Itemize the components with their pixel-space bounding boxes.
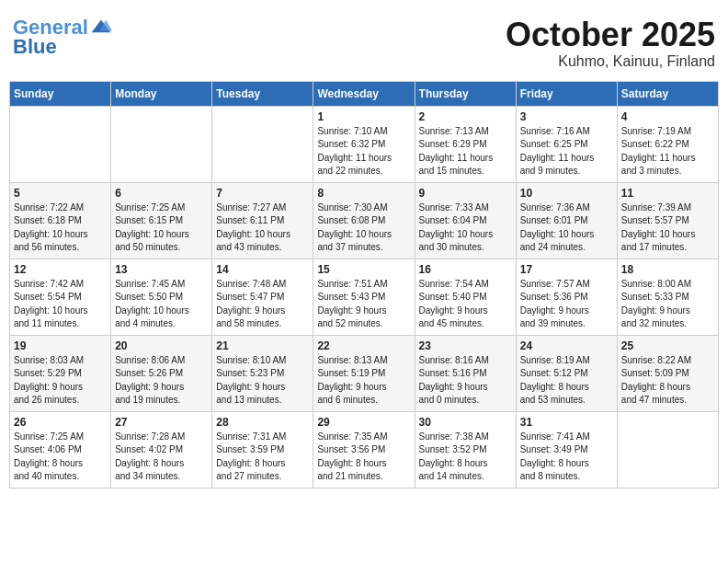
calendar-cell: 18Sunrise: 8:00 AM Sunset: 5:33 PM Dayli… xyxy=(617,259,718,335)
day-info: Sunrise: 7:33 AM Sunset: 6:04 PM Dayligh… xyxy=(419,201,512,255)
day-number: 2 xyxy=(419,110,512,123)
day-info: Sunrise: 8:22 AM Sunset: 5:09 PM Dayligh… xyxy=(621,354,714,408)
logo: General Blue xyxy=(13,17,112,59)
calendar-cell: 27Sunrise: 7:28 AM Sunset: 4:02 PM Dayli… xyxy=(111,411,212,488)
day-info: Sunrise: 7:38 AM Sunset: 3:52 PM Dayligh… xyxy=(419,431,512,484)
day-info: Sunrise: 8:03 AM Sunset: 5:29 PM Dayligh… xyxy=(14,354,107,408)
day-number: 16 xyxy=(419,263,512,276)
calendar-cell: 10Sunrise: 7:36 AM Sunset: 6:01 PM Dayli… xyxy=(516,182,617,259)
day-info: Sunrise: 8:19 AM Sunset: 5:12 PM Dayligh… xyxy=(520,354,613,408)
day-number: 29 xyxy=(317,416,410,429)
day-info: Sunrise: 7:51 AM Sunset: 5:43 PM Dayligh… xyxy=(317,278,410,331)
month-title: October 2025 xyxy=(506,17,715,53)
day-number: 24 xyxy=(520,339,613,352)
day-number: 10 xyxy=(520,187,613,200)
calendar-cell: 30Sunrise: 7:38 AM Sunset: 3:52 PM Dayli… xyxy=(415,411,516,488)
day-info: Sunrise: 8:13 AM Sunset: 5:19 PM Dayligh… xyxy=(317,354,410,408)
calendar-cell: 20Sunrise: 8:06 AM Sunset: 5:26 PM Dayli… xyxy=(111,335,212,411)
day-number: 13 xyxy=(115,263,208,276)
calendar-body: 1Sunrise: 7:10 AM Sunset: 6:32 PM Daylig… xyxy=(10,106,719,488)
calendar-cell: 16Sunrise: 7:54 AM Sunset: 5:40 PM Dayli… xyxy=(415,259,516,335)
day-info: Sunrise: 7:54 AM Sunset: 5:40 PM Dayligh… xyxy=(419,278,512,331)
calendar-cell: 26Sunrise: 7:25 AM Sunset: 4:06 PM Dayli… xyxy=(10,411,111,488)
weekday-header-tuesday: Tuesday xyxy=(212,81,313,106)
day-number: 22 xyxy=(317,339,410,352)
calendar-cell: 4Sunrise: 7:19 AM Sunset: 6:22 PM Daylig… xyxy=(617,106,718,182)
day-number: 19 xyxy=(14,339,107,352)
day-info: Sunrise: 7:16 AM Sunset: 6:25 PM Dayligh… xyxy=(520,125,613,178)
day-info: Sunrise: 7:28 AM Sunset: 4:02 PM Dayligh… xyxy=(115,431,208,484)
calendar-cell: 15Sunrise: 7:51 AM Sunset: 5:43 PM Dayli… xyxy=(313,259,415,335)
day-info: Sunrise: 7:25 AM Sunset: 4:06 PM Dayligh… xyxy=(14,431,107,484)
calendar-cell: 12Sunrise: 7:42 AM Sunset: 5:54 PM Dayli… xyxy=(10,259,111,335)
calendar-cell xyxy=(617,411,718,488)
calendar-week-2: 12Sunrise: 7:42 AM Sunset: 5:54 PM Dayli… xyxy=(10,259,719,335)
weekday-header-thursday: Thursday xyxy=(415,81,516,106)
day-info: Sunrise: 8:06 AM Sunset: 5:26 PM Dayligh… xyxy=(115,354,208,408)
calendar-cell: 6Sunrise: 7:25 AM Sunset: 6:15 PM Daylig… xyxy=(111,182,212,259)
title-block: October 2025 Kuhmo, Kainuu, Finland xyxy=(506,17,715,70)
day-info: Sunrise: 7:36 AM Sunset: 6:01 PM Dayligh… xyxy=(520,201,613,255)
calendar-cell: 8Sunrise: 7:30 AM Sunset: 6:08 PM Daylig… xyxy=(313,182,415,259)
calendar-cell: 22Sunrise: 8:13 AM Sunset: 5:19 PM Dayli… xyxy=(313,335,415,411)
logo-icon xyxy=(90,17,112,39)
calendar-cell xyxy=(111,106,212,182)
day-info: Sunrise: 7:25 AM Sunset: 6:15 PM Dayligh… xyxy=(115,201,208,255)
day-number: 17 xyxy=(520,263,613,276)
calendar-week-0: 1Sunrise: 7:10 AM Sunset: 6:32 PM Daylig… xyxy=(10,106,719,182)
day-number: 5 xyxy=(14,187,107,200)
day-number: 7 xyxy=(216,187,309,200)
day-number: 30 xyxy=(419,416,512,429)
day-number: 31 xyxy=(520,416,613,429)
weekday-header-sunday: Sunday xyxy=(10,81,111,106)
day-info: Sunrise: 8:16 AM Sunset: 5:16 PM Dayligh… xyxy=(419,354,512,408)
calendar-cell: 24Sunrise: 8:19 AM Sunset: 5:12 PM Dayli… xyxy=(516,335,617,411)
day-number: 18 xyxy=(621,263,714,276)
day-number: 15 xyxy=(317,263,410,276)
calendar-cell xyxy=(212,106,313,182)
calendar-cell: 3Sunrise: 7:16 AM Sunset: 6:25 PM Daylig… xyxy=(516,106,617,182)
day-number: 12 xyxy=(14,263,107,276)
day-number: 25 xyxy=(621,339,714,352)
day-info: Sunrise: 7:31 AM Sunset: 3:59 PM Dayligh… xyxy=(216,431,309,484)
calendar-cell: 14Sunrise: 7:48 AM Sunset: 5:47 PM Dayli… xyxy=(212,259,313,335)
calendar-cell: 1Sunrise: 7:10 AM Sunset: 6:32 PM Daylig… xyxy=(313,106,415,182)
calendar-cell: 25Sunrise: 8:22 AM Sunset: 5:09 PM Dayli… xyxy=(617,335,718,411)
day-number: 9 xyxy=(419,187,512,200)
day-number: 20 xyxy=(115,339,208,352)
calendar-week-3: 19Sunrise: 8:03 AM Sunset: 5:29 PM Dayli… xyxy=(10,335,719,411)
day-number: 1 xyxy=(317,110,410,123)
calendar-cell: 9Sunrise: 7:33 AM Sunset: 6:04 PM Daylig… xyxy=(415,182,516,259)
day-info: Sunrise: 7:13 AM Sunset: 6:29 PM Dayligh… xyxy=(419,125,512,178)
calendar-cell: 11Sunrise: 7:39 AM Sunset: 5:57 PM Dayli… xyxy=(617,182,718,259)
calendar-cell xyxy=(10,106,111,182)
location-title: Kuhmo, Kainuu, Finland xyxy=(506,53,715,70)
weekday-header-monday: Monday xyxy=(111,81,212,106)
day-number: 11 xyxy=(621,187,714,200)
day-number: 21 xyxy=(216,339,309,352)
day-info: Sunrise: 7:57 AM Sunset: 5:36 PM Dayligh… xyxy=(520,278,613,331)
weekday-header-saturday: Saturday xyxy=(617,81,718,106)
calendar-cell: 17Sunrise: 7:57 AM Sunset: 5:36 PM Dayli… xyxy=(516,259,617,335)
day-info: Sunrise: 7:30 AM Sunset: 6:08 PM Dayligh… xyxy=(317,201,410,255)
weekday-header-wednesday: Wednesday xyxy=(313,81,415,106)
calendar-cell: 21Sunrise: 8:10 AM Sunset: 5:23 PM Dayli… xyxy=(212,335,313,411)
calendar-cell: 13Sunrise: 7:45 AM Sunset: 5:50 PM Dayli… xyxy=(111,259,212,335)
calendar-cell: 28Sunrise: 7:31 AM Sunset: 3:59 PM Dayli… xyxy=(212,411,313,488)
day-info: Sunrise: 7:35 AM Sunset: 3:56 PM Dayligh… xyxy=(317,431,410,484)
day-info: Sunrise: 7:45 AM Sunset: 5:50 PM Dayligh… xyxy=(115,278,208,331)
day-number: 8 xyxy=(317,187,410,200)
calendar-table: SundayMondayTuesdayWednesdayThursdayFrid… xyxy=(9,81,719,488)
calendar-cell: 5Sunrise: 7:22 AM Sunset: 6:18 PM Daylig… xyxy=(10,182,111,259)
day-info: Sunrise: 8:10 AM Sunset: 5:23 PM Dayligh… xyxy=(216,354,309,408)
page-header: General Blue October 2025 Kuhmo, Kainuu,… xyxy=(9,9,719,74)
day-number: 27 xyxy=(115,416,208,429)
day-number: 26 xyxy=(14,416,107,429)
day-info: Sunrise: 7:22 AM Sunset: 6:18 PM Dayligh… xyxy=(14,201,107,255)
day-info: Sunrise: 7:42 AM Sunset: 5:54 PM Dayligh… xyxy=(14,278,107,331)
day-info: Sunrise: 8:00 AM Sunset: 5:33 PM Dayligh… xyxy=(621,278,714,331)
calendar-cell: 23Sunrise: 8:16 AM Sunset: 5:16 PM Dayli… xyxy=(415,335,516,411)
calendar-week-1: 5Sunrise: 7:22 AM Sunset: 6:18 PM Daylig… xyxy=(10,182,719,259)
day-number: 14 xyxy=(216,263,309,276)
calendar-cell: 2Sunrise: 7:13 AM Sunset: 6:29 PM Daylig… xyxy=(415,106,516,182)
